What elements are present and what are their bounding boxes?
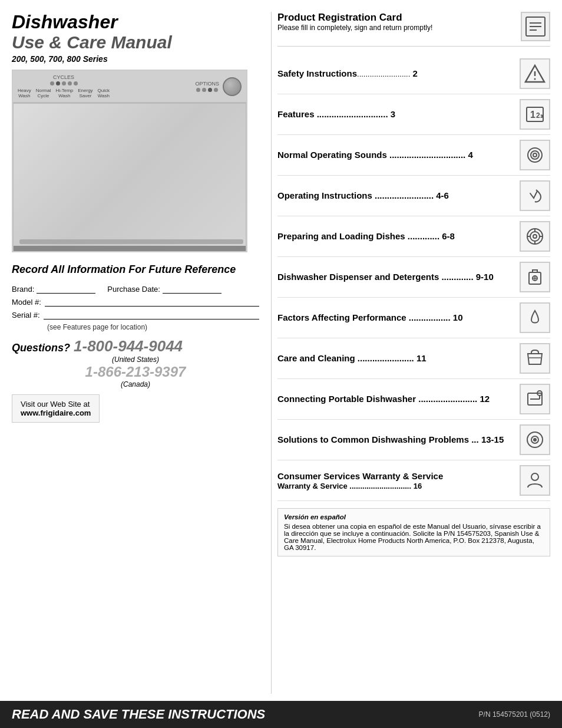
toc-item-care: Care and Cleaning ......................… [277,338,550,379]
right-column: Product Registration Card Please fill in… [271,12,550,694]
phone-us: 1-800-944-9044 [74,337,183,355]
record-section: Record All Information For Future Refere… [12,263,259,422]
toc-icon-portable [520,384,550,414]
toc-item-detergent: Dishwasher Dispenser and Detergents ....… [277,257,550,298]
footer-text: READ AND SAVE THESE INSTRUCTIONS [12,707,265,722]
product-reg-header: Product Registration Card Please fill in… [277,12,550,47]
toc-item-sounds: Normal Operating Sounds ................… [277,135,550,176]
toc-title-loading: Preparing and Loading Dishes ...........… [277,230,514,242]
dw-bottom-bar [14,246,246,252]
purchase-date-input-line [163,284,222,294]
product-reg-icon [521,12,550,41]
toc-icon-operating [520,180,550,211]
toc-title-features: Features ............................. 3 [277,108,514,120]
toc-icon-solutions [520,424,550,455]
dw-knob[interactable] [223,77,242,96]
phone-canada-region: (Canada) [12,380,259,388]
svg-point-31 [531,473,538,480]
website-prefix: Visit our Web Site at [21,400,90,409]
footer-pn: P/N 154575201 (0512) [479,710,550,719]
svg-point-30 [533,438,537,442]
purchase-date-field: Purchase Date: [107,284,222,294]
toc-title-safety: Safety Instructions.....................… [277,68,514,80]
toc-title-factors: Factors Affecting Performance ..........… [277,312,514,324]
serial-input-line [44,310,259,319]
spanish-title: Versión en español [284,513,544,521]
purchase-date-label: Purchase Date: [107,285,160,294]
spanish-section: Versión en español Si desea obtener una … [277,508,550,556]
toc-text-safety: Safety Instructions.....................… [277,68,514,80]
dw-body [13,103,246,252]
model-field: Model #: [12,297,259,307]
toc-text-consumer: Consumer Services Warranty & Service War… [277,470,514,491]
dishwasher-image: CYCLES HeavyWash NormalCycle Hi-TempWash [12,70,247,252]
toc-title-operating: Operating Instructions .................… [277,190,514,202]
consumer-subtitle: Warranty & Service .....................… [277,482,514,490]
footer: READ AND SAVE THESE INSTRUCTIONS P/N 154… [0,701,562,728]
toc-item-safety: Safety Instructions.....................… [277,54,550,94]
spanish-text: Si desea obtener una copia en español de… [284,523,544,551]
brand-field: Brand: [12,284,95,294]
toc-title-detergent: Dishwasher Dispenser and Detergents ....… [277,271,514,283]
series-text: 200, 500, 700, 800 Series [12,54,259,64]
toc-text-portable: Connecting Portable Dishwasher .........… [277,393,514,405]
phone-us-region: (United States) [12,355,259,364]
toc-icon-factors [520,302,550,333]
toc-title-sounds: Normal Operating Sounds ................… [277,149,514,161]
questions-row: Questions? 1-800-944-9044 [12,337,259,355]
brand-purchase-row: Brand: Purchase Date: [12,284,259,294]
toc-text-solutions: Solutions to Common Dishwashing Problems… [277,434,514,446]
product-reg-title: Product Registration Card [277,12,515,24]
svg-point-14 [530,232,540,241]
svg-point-6 [534,78,536,80]
cycles-section: CYCLES HeavyWash NormalCycle Hi-TempWash [18,74,110,98]
page: Dishwasher Use & Care Manual 200, 500, 7… [0,0,562,728]
toc-item-loading: Preparing and Loading Dishes ...........… [277,216,550,257]
toc-title-portable: Connecting Portable Dishwasher .........… [277,393,514,405]
title-use-care: Use & Care Manual [12,32,259,52]
toc-icon-features: 1 2₃ [520,99,550,130]
toc-title-care: Care and Cleaning ......................… [277,353,514,364]
svg-point-10 [528,148,542,162]
svg-text:2₃: 2₃ [536,111,543,120]
toc-item-features: Features ............................. 3… [277,94,550,135]
options-section: OPTIONS [195,81,219,92]
toc-icon-consumer [520,465,550,496]
website-box: Visit our Web Site at www.frigidaire.com [12,394,100,423]
toc-text-loading: Preparing and Loading Dishes ...........… [277,230,514,242]
toc-text-care: Care and Cleaning ......................… [277,353,514,364]
toc-icon-safety [520,58,550,89]
toc-title-consumer: Consumer Services Warranty & Service [277,470,514,482]
left-column: Dishwasher Use & Care Manual 200, 500, 7… [12,12,259,694]
toc-icon-care [520,343,550,374]
toc-text-factors: Factors Affecting Performance ..........… [277,312,514,324]
svg-text:1: 1 [530,110,535,120]
toc-title-solutions: Solutions to Common Dishwashing Problems… [277,434,514,446]
model-label: Model #: [12,298,41,307]
svg-point-12 [533,153,537,157]
toc-item-operating: Operating Instructions .................… [277,176,550,216]
toc-text-detergent: Dishwasher Dispenser and Detergents ....… [277,271,514,283]
svg-point-15 [533,235,537,238]
toc-item-consumer: Consumer Services Warranty & Service War… [277,460,550,501]
svg-point-11 [531,151,539,159]
toc-item-portable: Connecting Portable Dishwasher .........… [277,379,550,420]
model-input-line [45,297,259,307]
toc-icon-loading [520,221,550,252]
serial-note: (see Features page for location) [47,323,259,331]
brand-label: Brand: [12,285,34,294]
toc-icon-sounds [520,140,550,170]
serial-label: Serial #: [12,311,40,319]
dw-handle [19,239,243,244]
brand-input-line [37,284,95,294]
toc-icon-detergent [520,262,550,292]
website-url: www.frigidaire.com [21,409,91,417]
toc-item-solutions: Solutions to Common Dishwashing Problems… [277,420,550,460]
toc-text-operating: Operating Instructions .................… [277,190,514,202]
product-reg-subtitle: Please fill in completely, sign and retu… [277,24,515,32]
serial-field: Serial #: [12,310,259,319]
toc-text-features: Features ............................. 3 [277,108,514,120]
record-title: Record All Information For Future Refere… [12,263,259,276]
toc-item-factors: Factors Affecting Performance ..........… [277,298,550,338]
title-dishwasher: Dishwasher [12,12,259,32]
